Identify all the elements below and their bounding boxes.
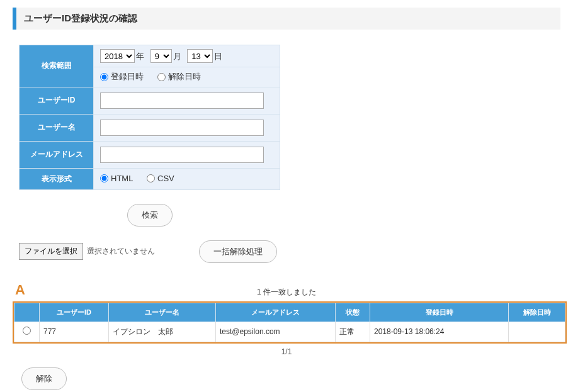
radio-release-wrap[interactable]: 解除日時 [157, 71, 201, 82]
radio-csv-wrap[interactable]: CSV [147, 174, 174, 183]
file-choose-button[interactable]: ファイルを選択 [19, 243, 83, 260]
results-wrap: ユーザーID ユーザー名 メールアドレス 状態 登録日時 解除日時 777 イプ… [13, 301, 567, 344]
cell-user-name: イプシロン 太郎 [109, 322, 216, 342]
radio-csv[interactable] [147, 174, 155, 182]
radio-register-label: 登録日時 [111, 71, 144, 82]
radio-csv-label: CSV [157, 174, 174, 183]
row-select-radio[interactable] [23, 327, 31, 335]
day-unit: 日 [214, 52, 222, 61]
label-display-format: 表示形式 [20, 168, 94, 189]
results-table: ユーザーID ユーザー名 メールアドレス 状態 登録日時 解除日時 777 イプ… [14, 303, 565, 342]
label-email: メールアドレス [20, 141, 94, 168]
year-unit: 年 [136, 52, 144, 61]
col-user-id: ユーザーID [40, 303, 109, 322]
col-select [14, 303, 40, 322]
cell-rel-dt [509, 322, 565, 342]
cell-reg-dt: 2018-09-13 18:06:24 [370, 322, 509, 342]
cell-status: 正常 [336, 322, 370, 342]
bulk-release-button[interactable]: 一括解除処理 [199, 240, 277, 263]
cell-email: test@epsilon.com [216, 322, 336, 342]
label-user-name: ユーザー名 [20, 114, 94, 141]
user-id-input[interactable] [100, 92, 264, 109]
search-button[interactable]: 検索 [127, 204, 173, 227]
match-count: 1 件一致しました [0, 287, 573, 298]
year-select[interactable]: 2018 [100, 49, 135, 63]
month-unit: 月 [173, 52, 181, 61]
page-title: ユーザーID登録状況の確認 [24, 13, 553, 25]
file-choose-status: 選択されていません [87, 246, 155, 257]
label-search-range: 検索範囲 [20, 45, 94, 87]
user-name-input[interactable] [100, 120, 264, 136]
row-select-cell [14, 322, 40, 342]
radio-html-label: HTML [111, 174, 133, 183]
radio-html-wrap[interactable]: HTML [100, 174, 133, 183]
col-rel-dt: 解除日時 [509, 303, 565, 322]
date-scope-cell: 登録日時 解除日時 [94, 67, 280, 87]
user-id-cell [94, 87, 280, 114]
radio-release[interactable] [157, 73, 166, 81]
search-form: 検索範囲 2018 年 9 月 13 日 登録日時 [19, 45, 280, 190]
page-title-bar: ユーザーID登録状況の確認 [13, 8, 560, 30]
display-format-cell: HTML CSV [94, 168, 280, 189]
col-reg-dt: 登録日時 [370, 303, 509, 322]
search-button-row: 検索 [0, 204, 573, 227]
pager: 1/1 [0, 347, 573, 356]
file-choose: ファイルを選択 選択されていません [19, 243, 155, 260]
cell-user-id: 777 [40, 322, 109, 342]
radio-register[interactable] [100, 73, 108, 81]
email-cell [94, 141, 280, 168]
day-select[interactable]: 13 [187, 49, 213, 63]
col-email: メールアドレス [216, 303, 336, 322]
release-button-row: 解除 [21, 367, 573, 390]
col-status: 状態 [336, 303, 370, 322]
date-picker-cell: 2018 年 9 月 13 日 [94, 45, 280, 67]
radio-release-label: 解除日時 [168, 71, 201, 82]
file-row: ファイルを選択 選択されていません 一括解除処理 [19, 240, 573, 263]
user-name-cell [94, 114, 280, 141]
release-button[interactable]: 解除 [21, 367, 67, 390]
email-input[interactable] [100, 147, 264, 163]
radio-html[interactable] [100, 174, 108, 182]
search-table: 検索範囲 2018 年 9 月 13 日 登録日時 [19, 45, 280, 190]
radio-register-wrap[interactable]: 登録日時 [100, 71, 144, 82]
table-row: 777 イプシロン 太郎 test@epsilon.com 正常 2018-09… [14, 322, 565, 342]
results-header-row: ユーザーID ユーザー名 メールアドレス 状態 登録日時 解除日時 [14, 303, 565, 322]
label-user-id: ユーザーID [20, 87, 94, 114]
month-select[interactable]: 9 [150, 49, 172, 63]
col-user-name: ユーザー名 [109, 303, 216, 322]
